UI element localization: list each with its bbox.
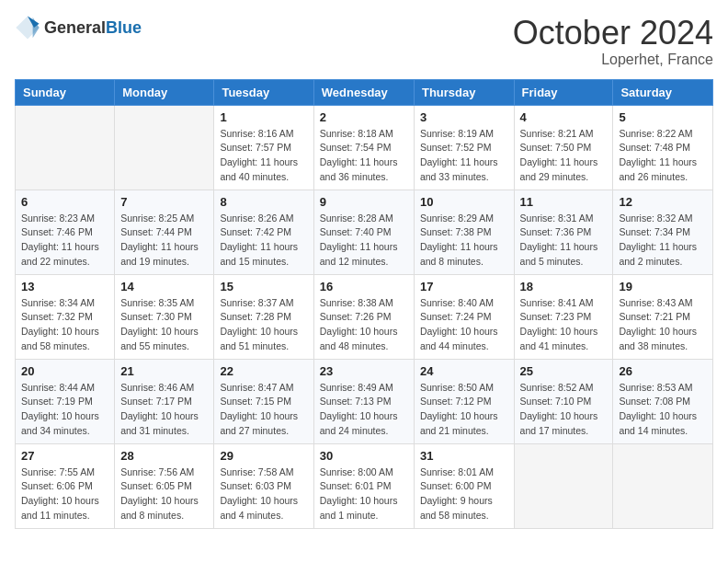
- calendar-cell: 8Sunrise: 8:26 AMSunset: 7:42 PMDaylight…: [214, 190, 313, 274]
- col-header-sunday: Sunday: [16, 79, 115, 105]
- location-title: Loperhet, France: [513, 52, 713, 68]
- day-number: 30: [320, 449, 408, 463]
- day-info: Sunrise: 8:34 AMSunset: 7:32 PMDaylight:…: [21, 296, 108, 354]
- day-number: 14: [120, 280, 208, 293]
- calendar-cell: 10Sunrise: 8:29 AMSunset: 7:38 PMDayligh…: [414, 190, 514, 274]
- day-info: Sunrise: 8:28 AMSunset: 7:40 PMDaylight:…: [320, 212, 408, 270]
- col-header-tuesday: Tuesday: [214, 79, 313, 105]
- day-number: 18: [520, 280, 608, 293]
- logo-general: General: [44, 18, 106, 37]
- day-number: 24: [420, 364, 508, 378]
- title-block: October 2024 Loperhet, France: [513, 15, 713, 68]
- day-info: Sunrise: 8:40 AMSunset: 7:24 PMDaylight:…: [420, 296, 508, 354]
- day-info: Sunrise: 8:31 AMSunset: 7:36 PMDaylight:…: [520, 212, 608, 270]
- day-number: 31: [420, 449, 508, 463]
- calendar-cell: 17Sunrise: 8:40 AMSunset: 7:24 PMDayligh…: [414, 274, 514, 359]
- calendar-cell: 26Sunrise: 8:53 AMSunset: 7:08 PMDayligh…: [613, 359, 713, 443]
- calendar-cell: 14Sunrise: 8:35 AMSunset: 7:30 PMDayligh…: [115, 274, 214, 359]
- col-header-saturday: Saturday: [613, 79, 713, 105]
- calendar-cell: 27Sunrise: 7:55 AMSunset: 6:06 PMDayligh…: [16, 443, 115, 528]
- logo-icon: [15, 15, 40, 40]
- day-info: Sunrise: 8:22 AMSunset: 7:48 PMDaylight:…: [619, 127, 707, 185]
- day-info: Sunrise: 8:43 AMSunset: 7:21 PMDaylight:…: [619, 296, 707, 354]
- day-number: 13: [21, 280, 108, 293]
- calendar-cell: [115, 105, 214, 190]
- calendar-cell: [16, 105, 115, 190]
- logo-text: GeneralBlue: [44, 18, 142, 38]
- calendar-week-row: 6Sunrise: 8:23 AMSunset: 7:46 PMDaylight…: [16, 190, 713, 274]
- col-header-monday: Monday: [115, 79, 214, 105]
- day-number: 2: [320, 110, 408, 124]
- calendar-week-row: 20Sunrise: 8:44 AMSunset: 7:19 PMDayligh…: [16, 359, 713, 443]
- calendar-cell: 2Sunrise: 8:18 AMSunset: 7:54 PMDaylight…: [313, 105, 414, 190]
- day-number: 7: [120, 195, 208, 209]
- calendar-cell: 4Sunrise: 8:21 AMSunset: 7:50 PMDaylight…: [514, 105, 613, 190]
- day-number: 16: [320, 280, 408, 293]
- calendar-cell: 29Sunrise: 7:58 AMSunset: 6:03 PMDayligh…: [214, 443, 313, 528]
- calendar-cell: 12Sunrise: 8:32 AMSunset: 7:34 PMDayligh…: [613, 190, 713, 274]
- day-number: 28: [120, 449, 208, 463]
- day-info: Sunrise: 8:32 AMSunset: 7:34 PMDaylight:…: [619, 212, 707, 270]
- day-number: 1: [220, 110, 307, 124]
- day-number: 20: [21, 364, 108, 378]
- calendar-week-row: 13Sunrise: 8:34 AMSunset: 7:32 PMDayligh…: [16, 274, 713, 359]
- calendar-cell: [613, 443, 713, 528]
- calendar-cell: 20Sunrise: 8:44 AMSunset: 7:19 PMDayligh…: [16, 359, 115, 443]
- day-number: 6: [21, 195, 108, 209]
- logo-blue: Blue: [106, 18, 142, 37]
- day-info: Sunrise: 8:49 AMSunset: 7:13 PMDaylight:…: [320, 381, 408, 439]
- day-number: 11: [520, 195, 608, 209]
- day-info: Sunrise: 8:53 AMSunset: 7:08 PMDaylight:…: [619, 381, 707, 439]
- day-number: 9: [320, 195, 408, 209]
- day-number: 12: [619, 195, 707, 209]
- calendar-header-row: SundayMondayTuesdayWednesdayThursdayFrid…: [16, 79, 713, 105]
- calendar-cell: 16Sunrise: 8:38 AMSunset: 7:26 PMDayligh…: [313, 274, 414, 359]
- calendar-cell: 7Sunrise: 8:25 AMSunset: 7:44 PMDaylight…: [115, 190, 214, 274]
- day-info: Sunrise: 8:01 AMSunset: 6:00 PMDaylight:…: [420, 465, 508, 523]
- day-info: Sunrise: 8:47 AMSunset: 7:15 PMDaylight:…: [220, 381, 307, 439]
- day-number: 27: [21, 449, 108, 463]
- day-number: 8: [220, 195, 307, 209]
- day-info: Sunrise: 7:56 AMSunset: 6:05 PMDaylight:…: [120, 465, 208, 523]
- day-number: 19: [619, 280, 707, 293]
- logo: GeneralBlue: [15, 15, 142, 40]
- day-info: Sunrise: 8:46 AMSunset: 7:17 PMDaylight:…: [120, 381, 208, 439]
- calendar-cell: 18Sunrise: 8:41 AMSunset: 7:23 PMDayligh…: [514, 274, 613, 359]
- calendar-cell: 21Sunrise: 8:46 AMSunset: 7:17 PMDayligh…: [115, 359, 214, 443]
- day-info: Sunrise: 8:16 AMSunset: 7:57 PMDaylight:…: [220, 127, 307, 185]
- day-number: 22: [220, 364, 307, 378]
- day-info: Sunrise: 8:26 AMSunset: 7:42 PMDaylight:…: [220, 212, 307, 270]
- day-info: Sunrise: 8:21 AMSunset: 7:50 PMDaylight:…: [520, 127, 608, 185]
- day-info: Sunrise: 8:23 AMSunset: 7:46 PMDaylight:…: [21, 212, 108, 270]
- day-number: 5: [619, 110, 707, 124]
- calendar-cell: 30Sunrise: 8:00 AMSunset: 6:01 PMDayligh…: [313, 443, 414, 528]
- day-info: Sunrise: 8:41 AMSunset: 7:23 PMDaylight:…: [520, 296, 608, 354]
- calendar-week-row: 27Sunrise: 7:55 AMSunset: 6:06 PMDayligh…: [16, 443, 713, 528]
- calendar-cell: 11Sunrise: 8:31 AMSunset: 7:36 PMDayligh…: [514, 190, 613, 274]
- calendar-table: SundayMondayTuesdayWednesdayThursdayFrid…: [15, 79, 713, 529]
- day-number: 4: [520, 110, 608, 124]
- day-number: 25: [520, 364, 608, 378]
- month-title: October 2024: [513, 15, 713, 52]
- day-info: Sunrise: 8:18 AMSunset: 7:54 PMDaylight:…: [320, 127, 408, 185]
- col-header-wednesday: Wednesday: [313, 79, 414, 105]
- day-number: 10: [420, 195, 508, 209]
- calendar-cell: 3Sunrise: 8:19 AMSunset: 7:52 PMDaylight…: [414, 105, 514, 190]
- calendar-cell: 24Sunrise: 8:50 AMSunset: 7:12 PMDayligh…: [414, 359, 514, 443]
- calendar-cell: 25Sunrise: 8:52 AMSunset: 7:10 PMDayligh…: [514, 359, 613, 443]
- calendar-cell: 15Sunrise: 8:37 AMSunset: 7:28 PMDayligh…: [214, 274, 313, 359]
- day-number: 3: [420, 110, 508, 124]
- day-number: 29: [220, 449, 307, 463]
- calendar-cell: 1Sunrise: 8:16 AMSunset: 7:57 PMDaylight…: [214, 105, 313, 190]
- day-number: 26: [619, 364, 707, 378]
- day-number: 15: [220, 280, 307, 293]
- day-number: 21: [120, 364, 208, 378]
- calendar-cell: 19Sunrise: 8:43 AMSunset: 7:21 PMDayligh…: [613, 274, 713, 359]
- calendar-cell: 13Sunrise: 8:34 AMSunset: 7:32 PMDayligh…: [16, 274, 115, 359]
- day-info: Sunrise: 8:00 AMSunset: 6:01 PMDaylight:…: [320, 465, 408, 523]
- day-info: Sunrise: 8:29 AMSunset: 7:38 PMDaylight:…: [420, 212, 508, 270]
- calendar-cell: 28Sunrise: 7:56 AMSunset: 6:05 PMDayligh…: [115, 443, 214, 528]
- calendar-cell: 5Sunrise: 8:22 AMSunset: 7:48 PMDaylight…: [613, 105, 713, 190]
- day-number: 17: [420, 280, 508, 293]
- calendar-cell: [514, 443, 613, 528]
